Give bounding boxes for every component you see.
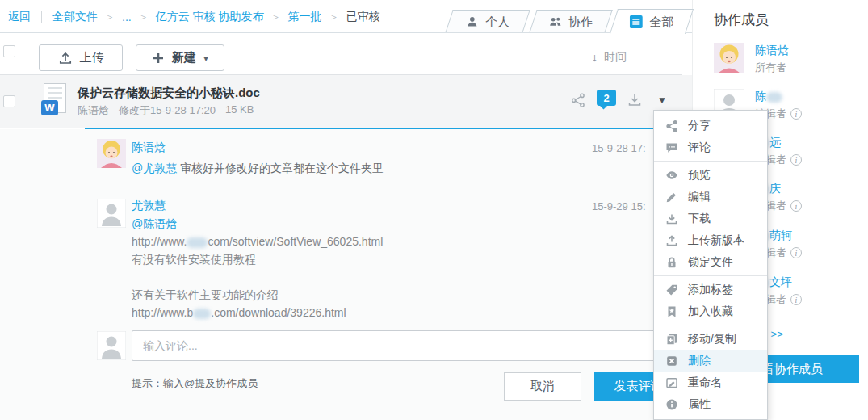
- tab-all[interactable]: 全部: [610, 9, 694, 34]
- breadcrumb-separator: ＞: [329, 10, 338, 24]
- info-icon: [665, 398, 678, 411]
- file-size: 15 KB: [225, 103, 254, 118]
- upload-tray-icon: [58, 51, 73, 65]
- comment-divider: [85, 325, 682, 326]
- menu-item-favorite[interactable]: 加入收藏: [654, 300, 767, 322]
- upload-button[interactable]: 上传: [39, 44, 123, 71]
- context-menu: 分享 评论 预览 编辑 下载 上传新版本 锁定文件 添加标: [653, 110, 768, 420]
- breadcrumb: 返回 全部文件 ＞ ... ＞ 亿方云 审核 协助发布 ＞ 第一批 ＞ 已审核: [8, 10, 379, 24]
- file-name[interactable]: 保护云存储数据安全的小秘诀.doc: [78, 86, 260, 101]
- menu-item-download[interactable]: 下载: [654, 208, 767, 229]
- mention-link[interactable]: @陈语焓: [132, 217, 177, 230]
- menu-item-share[interactable]: 分享: [654, 115, 767, 136]
- eye-icon: [665, 169, 678, 182]
- mention-link[interactable]: @尤敦慧: [132, 162, 177, 174]
- list-icon: [629, 15, 642, 28]
- breadcrumb-current: 已审核: [346, 10, 379, 24]
- comment-author[interactable]: 陈语焓: [132, 141, 166, 155]
- app-window: 返回 全部文件 ＞ ... ＞ 亿方云 审核 协助发布 ＞ 第一批 ＞ 已审核 …: [0, 0, 868, 420]
- info-icon[interactable]: i: [790, 247, 802, 258]
- comment-divider: [85, 191, 682, 191]
- pencil-icon: [665, 191, 678, 204]
- tab-collab-label: 协作: [568, 15, 593, 30]
- comment-line: 有没有软件安装使用教程: [132, 250, 383, 268]
- breadcrumb-separator: ＞: [139, 10, 149, 24]
- menu-item-upload-version[interactable]: 上传新版本: [654, 229, 767, 251]
- info-icon[interactable]: i: [790, 200, 802, 212]
- sort-by-time[interactable]: ↓ 时间: [592, 50, 627, 65]
- breadcrumb-divider: [41, 10, 42, 23]
- sort-label: 时间: [604, 50, 627, 65]
- menu-item-add-tag[interactable]: 添加标签: [654, 279, 767, 300]
- mention-hint: 提示：输入@提及协作成员: [132, 376, 258, 391]
- comment-count-badge[interactable]: 2: [597, 90, 616, 106]
- member-name[interactable]: 陈: [755, 90, 782, 104]
- comment-url: http://www.b.com/download/39226.html: [132, 304, 383, 321]
- upload-button-label: 上传: [80, 50, 104, 65]
- word-file-icon: W: [43, 83, 67, 116]
- upload-icon: [665, 234, 678, 247]
- avatar: [714, 43, 744, 74]
- breadcrumb-item-ellipsis[interactable]: ...: [122, 10, 132, 23]
- menu-item-delete[interactable]: 删除: [654, 350, 767, 372]
- menu-item-move-copy[interactable]: 移动/复制: [654, 328, 767, 350]
- comment-url: http://www.com/softview/SoftView_66025.h…: [132, 233, 383, 250]
- member-role: 所有者: [755, 61, 786, 75]
- breadcrumb-item-root[interactable]: 全部文件: [52, 10, 98, 24]
- tab-all-label: 全部: [649, 15, 673, 30]
- cancel-button[interactable]: 取消: [504, 372, 581, 401]
- new-button[interactable]: 新建 ▾: [136, 44, 224, 71]
- comment-author[interactable]: 尤敦慧: [132, 199, 166, 213]
- download-icon[interactable]: [627, 92, 643, 111]
- avatar: [97, 139, 126, 168]
- person-icon: [465, 15, 478, 28]
- file-modified: 修改于15-9-28 17:20: [119, 103, 216, 118]
- member-name[interactable]: 陈语焓: [755, 44, 789, 58]
- menu-item-edit[interactable]: 编辑: [654, 186, 767, 208]
- download-icon: [665, 212, 678, 225]
- chevron-down-icon: ▾: [203, 52, 208, 64]
- new-button-label: 新建: [172, 50, 196, 65]
- comment-timestamp: 15-9-28 17:: [592, 142, 646, 154]
- censored-text: [193, 309, 211, 319]
- breadcrumb-item-batch[interactable]: 第一批: [287, 10, 321, 24]
- back-link[interactable]: 返回: [8, 10, 31, 24]
- comment-line: [132, 268, 383, 286]
- tab-collab[interactable]: 协作: [529, 10, 612, 33]
- select-all-checkbox[interactable]: [3, 45, 15, 57]
- avatar: [97, 199, 126, 228]
- menu-item-preview[interactable]: 预览: [654, 164, 767, 186]
- menu-item-properties[interactable]: 属性: [654, 393, 767, 415]
- file-row-accent-line: [85, 128, 682, 129]
- info-icon[interactable]: i: [790, 294, 802, 305]
- menu-item-lock[interactable]: 锁定文件: [654, 251, 767, 273]
- comment-text: @尤敦慧 审核好并修改好的文章都在这个文件夹里: [132, 162, 384, 176]
- copy-icon: [665, 333, 678, 346]
- menu-divider: [654, 275, 767, 276]
- tab-personal[interactable]: 个人: [445, 10, 530, 33]
- censored-text: [766, 92, 782, 103]
- topbar-border: [0, 32, 692, 33]
- menu-divider: [654, 161, 767, 162]
- info-icon[interactable]: i: [790, 154, 802, 166]
- avatar: [97, 331, 126, 360]
- info-icon[interactable]: i: [790, 108, 802, 120]
- tab-personal-label: 个人: [485, 15, 509, 30]
- breadcrumb-item-folder[interactable]: 亿方云 审核 协助发布: [156, 10, 264, 24]
- tag-icon: [665, 284, 678, 296]
- comment-input[interactable]: [132, 330, 682, 361]
- file-row[interactable]: [0, 75, 692, 128]
- delete-icon: [665, 355, 678, 368]
- more-actions-caret[interactable]: ▼: [657, 94, 667, 106]
- bookmark-icon: [665, 305, 678, 318]
- lock-icon: [665, 256, 678, 269]
- menu-item-comment[interactable]: 评论: [654, 136, 767, 158]
- share-icon[interactable]: [570, 92, 586, 111]
- menu-item-rename[interactable]: 重命名: [654, 372, 767, 393]
- file-owner: 陈语焓: [78, 103, 109, 118]
- file-checkbox[interactable]: [3, 95, 15, 107]
- comment-line: 还有关于软件主要功能的介绍: [132, 286, 383, 304]
- share-icon: [665, 120, 678, 132]
- breadcrumb-separator: ＞: [105, 10, 115, 24]
- comment-text: @陈语焓 http://www.com/softview/SoftView_66…: [132, 215, 383, 321]
